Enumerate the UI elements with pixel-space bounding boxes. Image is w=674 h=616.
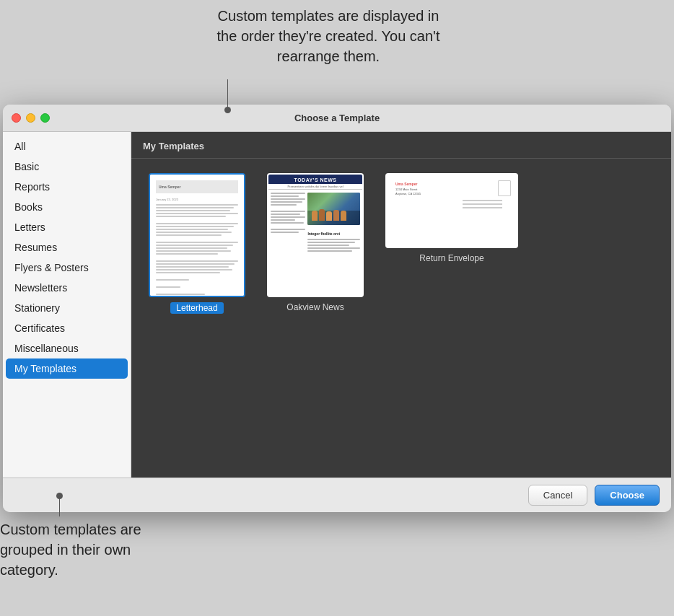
callout-line-top [227,79,228,108]
sidebar-item-all[interactable]: All [3,136,131,157]
template-label-oakview-news: Oakview News [286,302,343,312]
sidebar: All Basic Reports Books Letters Resumes … [3,132,131,478]
sidebar-item-reports[interactable]: Reports [3,177,131,197]
sidebar-item-letters[interactable]: Letters [3,217,131,237]
close-button[interactable] [12,113,21,123]
annotation-bottom-text: Custom templates are grouped in their ow… [0,522,141,578]
templates-grid: Uma Semper January 23, 2023 [131,159,671,478]
minimize-button[interactable] [26,113,35,123]
sidebar-item-flyers[interactable]: Flyers & Posters [3,258,131,278]
sidebar-item-newsletters[interactable]: Newsletters [3,278,131,298]
callout-dot-bottom [56,493,63,499]
bottom-bar: Cancel Choose [3,478,671,512]
choose-button[interactable]: Choose [595,485,660,506]
template-thumb-oakview-news: TODAY'S NEWS Praesentiam sodales dui lor… [267,173,364,297]
sidebar-item-books[interactable]: Books [3,197,131,217]
sidebar-item-resumes[interactable]: Resumes [3,237,131,258]
window-title: Choose a Template [294,113,380,123]
annotation-bottom: Custom templates are grouped in their ow… [0,519,144,580]
template-label-return-envelope: Return Envelope [419,253,483,263]
fullscreen-button[interactable] [40,113,50,123]
sidebar-item-my-templates[interactable]: My Templates [6,358,128,379]
template-label-letterhead: Letterhead [170,302,223,314]
template-letterhead[interactable]: Uma Semper January 23, 2023 [149,173,245,314]
content-area: My Templates Uma Semper January 23, 2023 [131,132,671,478]
cancel-button[interactable]: Cancel [528,485,587,506]
sidebar-item-stationery[interactable]: Stationery [3,298,131,318]
content-header: My Templates [131,132,671,159]
callout-dot-top [224,107,231,113]
template-return-envelope[interactable]: Uma Semper 1234 Main Street Anytown, CA … [385,173,518,314]
section-label: My Templates [143,141,204,151]
traffic-lights [12,113,50,123]
template-thumb-return-envelope: Uma Semper 1234 Main Street Anytown, CA … [385,173,518,248]
sidebar-item-basic[interactable]: Basic [3,157,131,177]
title-bar: Choose a Template [3,105,671,132]
annotation-top-text: Custom templates are displayed in the or… [217,8,440,64]
template-thumb-letterhead: Uma Semper January 23, 2023 [149,173,245,297]
template-oakview-news[interactable]: TODAY'S NEWS Praesentiam sodales dui lor… [267,173,364,314]
main-window: Choose a Template All Basic Reports Book… [3,105,671,512]
sidebar-item-miscellaneous[interactable]: Miscellaneous [3,338,131,358]
annotation-top: Custom templates are displayed in the or… [209,6,447,66]
main-content: All Basic Reports Books Letters Resumes … [3,132,671,478]
sidebar-item-certificates[interactable]: Certificates [3,318,131,338]
